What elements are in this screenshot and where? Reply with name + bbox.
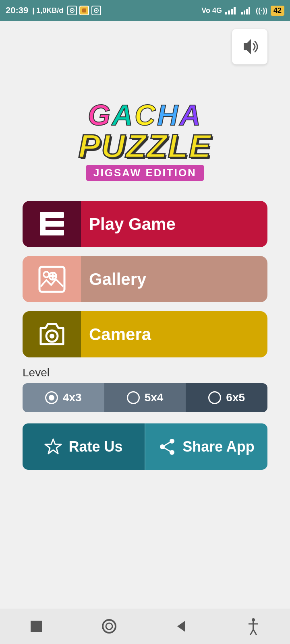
app-icon-2 (79, 6, 89, 15)
level-option-4x3[interactable]: 4x3 (23, 383, 104, 412)
gallery-button[interactable]: Gallery (23, 256, 267, 302)
logo-gacha: GACHA (79, 101, 212, 130)
svg-rect-7 (231, 9, 233, 14)
camera-icon-bg (23, 311, 81, 357)
share-icon (158, 438, 176, 456)
play-game-icon-bg (23, 201, 81, 247)
svg-rect-17 (40, 212, 46, 235)
star-icon (44, 438, 62, 456)
svg-line-39 (250, 630, 253, 635)
svg-point-33 (103, 620, 116, 633)
radio-6x5 (208, 391, 221, 404)
svg-point-4 (95, 10, 97, 11)
sound-icon (240, 37, 260, 57)
camera-icon (37, 320, 66, 349)
svg-line-30 (162, 441, 172, 447)
app-icon-1 (67, 6, 77, 15)
share-app-button[interactable]: Share App (145, 423, 267, 470)
svg-rect-6 (228, 10, 230, 14)
signal-icon (225, 6, 238, 14)
status-app-icons (67, 6, 101, 15)
level-label-5x4: 5x4 (145, 391, 164, 404)
nav-circle-icon (100, 617, 118, 635)
level-options: 4x3 5x4 6x5 (23, 383, 267, 412)
svg-rect-32 (31, 621, 42, 632)
radio-inner-4x3 (49, 395, 54, 400)
nav-home-button[interactable] (100, 617, 118, 635)
logo-puzzle: PUZZLE (79, 130, 212, 163)
status-time: 20:39 (6, 5, 28, 16)
svg-line-31 (162, 447, 172, 452)
svg-point-25 (50, 334, 54, 339)
logo-c: C (135, 99, 157, 131)
svg-rect-5 (225, 12, 227, 14)
camera-button[interactable]: Camera (23, 311, 267, 357)
gallery-icon-bg (23, 256, 81, 302)
level-option-6x5[interactable]: 6x5 (186, 383, 267, 412)
svg-point-34 (106, 623, 112, 630)
logo-g: G (88, 99, 112, 131)
sound-button-wrap (23, 21, 267, 64)
play-game-label: Play Game (81, 215, 267, 234)
app-icon-3 (91, 6, 101, 15)
gallery-icon (37, 265, 66, 294)
level-label-6x5: 6x5 (226, 391, 245, 404)
share-app-label: Share App (182, 438, 255, 455)
battery-indicator: 42 (271, 6, 284, 16)
bottom-action-buttons: Rate Us Share App (23, 423, 267, 470)
status-network-type: Vo 4G (201, 6, 222, 15)
logo-area: GACHA PUZZLE JIGSAW EDITION (79, 101, 212, 181)
nav-square-icon (28, 618, 44, 634)
level-label: Level (23, 366, 267, 379)
logo-h: H (157, 99, 180, 131)
gallery-label: Gallery (81, 270, 267, 289)
grid-icon (38, 210, 66, 238)
status-network-data: | 1,0KB/d (32, 6, 63, 15)
svg-rect-12 (249, 7, 250, 14)
rate-us-label: Rate Us (68, 438, 122, 455)
svg-point-1 (71, 10, 73, 11)
svg-line-40 (253, 630, 257, 635)
radio-4x3 (45, 391, 58, 404)
svg-marker-26 (45, 439, 61, 454)
nav-square-button[interactable] (28, 618, 44, 634)
svg-rect-10 (244, 10, 245, 14)
svg-rect-9 (241, 12, 243, 14)
radio-5x4 (127, 391, 140, 404)
rate-us-button[interactable]: Rate Us (23, 423, 145, 470)
nav-back-button[interactable] (174, 619, 188, 634)
level-label-4x3: 4x3 (63, 391, 82, 404)
svg-marker-13 (244, 39, 251, 54)
logo-a1: A (112, 99, 135, 131)
level-section: Level 4x3 5x4 6x5 (23, 366, 267, 412)
sound-button[interactable] (232, 29, 267, 64)
nav-back-icon (174, 619, 188, 634)
level-option-5x4[interactable]: 5x4 (104, 383, 186, 412)
svg-marker-35 (177, 621, 185, 632)
logo-edition: JIGSAW EDITION (86, 165, 204, 181)
status-left: 20:39 | 1,0KB/d (6, 5, 101, 16)
status-bar: 20:39 | 1,0KB/d Vo 4G ((·)) (0, 0, 290, 21)
logo-a2: A (180, 99, 202, 131)
svg-point-36 (252, 618, 255, 621)
svg-rect-8 (234, 7, 236, 14)
svg-point-19 (44, 272, 49, 277)
main-content: GACHA PUZZLE JIGSAW EDITION Play Game (0, 21, 290, 622)
status-radio: ((·)) (256, 6, 267, 15)
svg-rect-11 (246, 9, 248, 14)
accessibility-icon (244, 617, 262, 635)
play-game-button[interactable]: Play Game (23, 201, 267, 247)
camera-label: Camera (81, 325, 267, 344)
nav-accessibility-button[interactable] (244, 617, 262, 635)
svg-rect-2 (82, 8, 86, 12)
signal-icon-2 (241, 6, 253, 14)
bottom-nav (0, 609, 290, 644)
status-right: Vo 4G ((·)) 42 (201, 6, 284, 16)
